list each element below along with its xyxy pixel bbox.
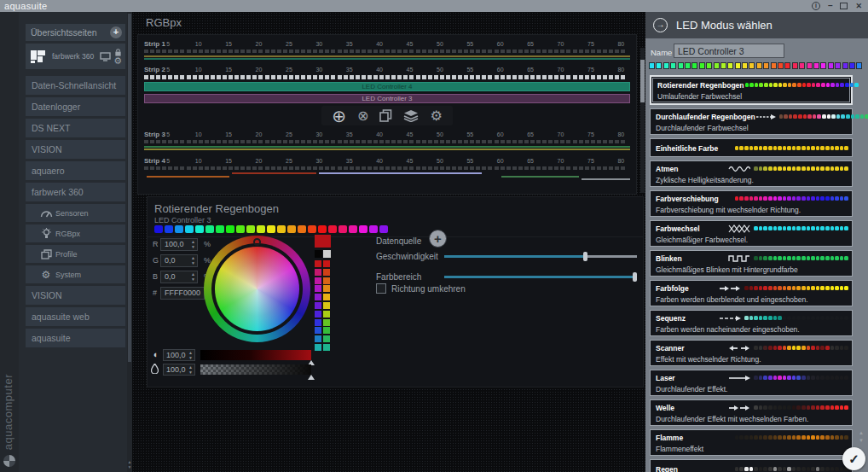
mode-item-flamme[interactable]: FlammeFlammeneffekt — [650, 429, 853, 456]
add-datasource-button[interactable]: + — [429, 230, 447, 248]
back-arrow-icon[interactable]: → — [653, 18, 668, 32]
alpha-marker[interactable] — [308, 375, 315, 380]
palette-swatch[interactable] — [323, 294, 330, 300]
field-input-g[interactable]: 0,0▲▼ — [160, 254, 198, 267]
palette-swatch[interactable] — [323, 285, 330, 292]
mode-item-scanner[interactable]: ScannerEffekt mit wechselnder Richtung. — [650, 340, 853, 366]
mode-item-blinken[interactable]: BlinkenGleichmäßiges Blinken mit Hinterg… — [650, 250, 853, 277]
sidebar-item-ds-next[interactable]: DS NEXT — [26, 119, 125, 137]
sidebar-item-aquasuite[interactable]: aquasuite — [26, 329, 125, 347]
alpha-gradient-bar[interactable] — [200, 364, 311, 375]
range-slider-handle[interactable] — [633, 272, 637, 282]
palette-swatch[interactable] — [323, 260, 330, 267]
mode-item-farbfolge[interactable]: FarbfolgeFarben werden überblendet und e… — [650, 280, 853, 306]
mode-item-sequenz[interactable]: SequenzFarben werden nacheinander einges… — [650, 310, 853, 336]
info-icon[interactable]: i — [812, 2, 820, 10]
speed-slider-handle[interactable] — [583, 252, 587, 261]
sidebar-item-daten-schnellansicht[interactable]: Daten-Schnellansicht — [26, 76, 125, 95]
sidebar-item-vision[interactable]: VISION — [26, 140, 125, 159]
sidebar-item-farbwerk-360-device[interactable]: farbwerk 360 — [26, 183, 125, 201]
mode-item-regen[interactable]: Regen — [650, 459, 853, 472]
palette-swatch[interactable] — [323, 269, 330, 276]
add-circle-icon[interactable]: ⊕ — [332, 109, 346, 123]
spinner-icon[interactable]: ▲▼ — [188, 365, 193, 375]
monitor-icon[interactable] — [100, 52, 111, 61]
mode-list-scroll-arrows[interactable]: ▲▼ — [857, 429, 865, 445]
layers-icon[interactable] — [403, 110, 419, 122]
palette-swatch[interactable] — [315, 285, 321, 292]
main-scrollbar[interactable] — [640, 48, 645, 193]
mode-item-farbwechsel[interactable]: FarbwechselGleichmäßiger Farbwechsel. — [650, 220, 853, 247]
sidebar-item-aquasuite-web[interactable]: aquasuite web — [26, 307, 125, 326]
gear-icon[interactable]: ⚙ — [113, 56, 122, 65]
field-input-r[interactable]: 100,0▲▼ — [160, 238, 198, 251]
sidebar-item-sensoren[interactable]: Sensoren — [26, 204, 125, 222]
color-wheel-marker[interactable] — [253, 238, 261, 246]
strip-row-1[interactable]: Strip 15101520253035404550556065707580 — [144, 40, 630, 60]
field-input-b[interactable]: 0,0▲▼ — [160, 271, 198, 283]
speed-slider[interactable] — [444, 255, 637, 258]
gear-icon[interactable]: ⚙ — [430, 109, 442, 123]
palette-swatch[interactable] — [323, 335, 330, 342]
spinner-icon[interactable]: ▲▼ — [191, 272, 195, 282]
sidebar-section-overview[interactable]: Übersichtsseiten + — [26, 24, 125, 41]
palette-swatch[interactable] — [323, 327, 330, 334]
spinner-icon[interactable]: ▲▼ — [191, 256, 195, 265]
remove-circle-icon[interactable]: ⊗ — [357, 109, 368, 123]
mode-item-durchlaufender-regenbogen[interactable]: Durchlaufender RegenbogenDurchlaufender … — [650, 108, 853, 135]
palette-swatch[interactable] — [323, 302, 330, 309]
add-overview-page-button[interactable]: + — [110, 26, 122, 38]
color-wheel[interactable] — [204, 236, 310, 342]
palette-swatch[interactable] — [323, 311, 330, 318]
sidebar-overview-page-farbwerk360[interactable]: farbwerk 360 ⚙ — [26, 44, 125, 69]
close-icon[interactable]: ✕ — [855, 2, 862, 10]
spinner-icon[interactable]: ▲▼ — [188, 351, 193, 360]
sidebar-item-system[interactable]: ⚙System — [26, 265, 125, 283]
palette-swatch[interactable] — [315, 269, 321, 276]
palette-swatch[interactable] — [315, 277, 321, 284]
strip-row-3[interactable]: Strip 35101520253035404550556065707580 — [144, 131, 630, 150]
spinner-icon[interactable]: ▲▼ — [191, 240, 195, 249]
range-slider[interactable] — [444, 276, 637, 278]
palette-swatch[interactable] — [315, 327, 321, 334]
palette-swatch[interactable] — [315, 319, 321, 326]
sidebar-item-vision[interactable]: VISION — [26, 286, 125, 305]
palette-swatch[interactable] — [315, 335, 321, 342]
palette-swatch[interactable] — [323, 250, 331, 258]
minimize-icon[interactable]: – — [828, 3, 833, 9]
sidebar-item-profile[interactable]: Profile — [26, 245, 125, 263]
alpha-input[interactable]: 100,0▲▼ — [163, 364, 195, 376]
main-scrollbar-thumb[interactable] — [640, 60, 645, 102]
mode-item-welle[interactable]: WelleDurchlaufender Effekt mit wechselnd… — [650, 399, 853, 426]
palette-swatch[interactable] — [315, 250, 322, 258]
restore-icon[interactable] — [840, 3, 848, 9]
sidebar-item-datenlogger[interactable]: Datenlogger — [26, 97, 125, 116]
brightness-input[interactable]: 100,0▲▼ — [163, 349, 195, 361]
mode-item-atmen[interactable]: AtmenZyklische Helligkeitsänderung. — [650, 160, 853, 187]
controller-bar-led-controller-4[interactable]: LED Controller 4 — [144, 82, 630, 91]
palette-swatch[interactable] — [323, 319, 330, 326]
hex-input[interactable]: FFFF0000 — [160, 287, 205, 300]
mode-item-laser[interactable]: LaserDurchlaufender Effekt. — [650, 370, 853, 396]
strip-row-4[interactable]: Strip 45101520253035404550556065707580 — [144, 157, 630, 183]
palette-swatch[interactable] — [323, 277, 330, 284]
controller-name-input[interactable] — [674, 44, 784, 58]
palette-swatch[interactable] — [323, 344, 330, 351]
palette-swatch[interactable] — [315, 260, 321, 267]
mode-item-rotierender-regenbogen[interactable]: Rotierender RegenbogenUmlaufender Farbwe… — [650, 75, 853, 105]
sidebar-scrollbar-thumb[interactable] — [128, 14, 131, 362]
sidebar-item-aquaero[interactable]: aquaero — [26, 161, 125, 180]
confirm-button[interactable]: ✓ — [842, 447, 865, 470]
sidebar-item-rgbpx[interactable]: RGBpx — [26, 224, 125, 242]
palette-swatch[interactable] — [315, 344, 321, 351]
brightness-gradient-bar[interactable] — [200, 350, 311, 360]
palette-swatch[interactable] — [315, 302, 321, 309]
mode-item-farbverschiebung[interactable]: FarbverschiebungFarbverschiebung mit wec… — [650, 190, 853, 217]
strip-row-2[interactable]: Strip 25101520253035404550556065707580LE… — [144, 66, 630, 125]
reverse-direction-checkbox[interactable] — [376, 283, 386, 294]
controller-bar-led-controller-3[interactable]: LED Controller 3 — [144, 94, 630, 103]
palette-swatch[interactable] — [315, 294, 321, 300]
mode-item-einheitliche-farbe[interactable]: Einheitliche Farbe — [650, 138, 853, 157]
palette-swatch[interactable] — [315, 311, 321, 318]
copy-icon[interactable] — [379, 109, 392, 122]
